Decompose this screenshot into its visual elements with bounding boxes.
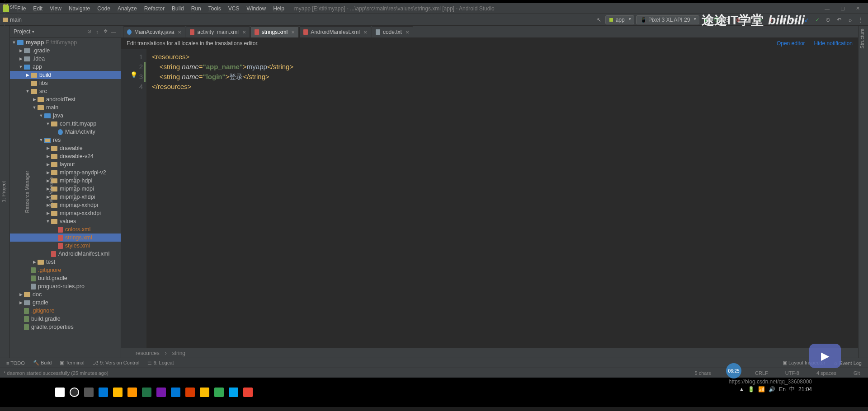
tree-item[interactable]: ▼res [10, 136, 121, 144]
tree-item[interactable]: ▼app [10, 63, 121, 71]
tree-item[interactable]: strings.xml [10, 234, 121, 242]
code-editor[interactable]: 1 2 3 4 💡 <resources> <string name="app_… [121, 49, 858, 348]
resource-manager-tool-tab: Resource Manager [24, 171, 30, 213]
taskbar-app[interactable] [200, 388, 209, 397]
crumb[interactable]: main [3, 17, 35, 23]
close-button[interactable]: ✕ [850, 5, 865, 11]
tree-item[interactable]: ▶.gradle [10, 47, 121, 55]
taskbar-app[interactable] [99, 388, 108, 397]
tree-item[interactable]: ▶test [10, 258, 121, 266]
left-tool-strip[interactable]: 1: Project Resource Manager Build Varian… [0, 26, 10, 358]
tree-item[interactable]: build.gradle [10, 274, 121, 282]
menu-window[interactable]: Window [243, 5, 269, 12]
tree-item[interactable]: AndroidManifest.xml [10, 250, 121, 258]
system-tray[interactable]: ▲🔋📶🔊En中21:04 [739, 385, 812, 393]
open-editor-link[interactable]: Open editor [777, 40, 805, 47]
firefox-icon[interactable] [127, 388, 137, 397]
taskbar-app[interactable] [113, 388, 123, 397]
tree-item[interactable]: ▶androidTest [10, 95, 121, 103]
editor-breadcrumb[interactable]: resources›string [121, 348, 858, 358]
maximize-button[interactable]: ▢ [835, 5, 850, 11]
minimize-button[interactable]: — [819, 6, 835, 11]
tree-item[interactable]: ▶layout [10, 160, 121, 168]
logcat-tool[interactable]: ☰ 6: Logcat [145, 359, 176, 367]
bulb-icon[interactable]: 💡 [130, 70, 137, 80]
editor-tab[interactable]: strings.xml✕ [250, 26, 299, 37]
tree-item[interactable]: ▶.idea [10, 55, 121, 63]
target-icon[interactable]: ⊙ [85, 28, 93, 35]
menu-run[interactable]: Run [188, 5, 205, 12]
tab-close-icon[interactable]: ✕ [242, 30, 246, 35]
tree-item[interactable]: colors.xml [10, 225, 121, 234]
search-icon[interactable]: ⌕ [845, 15, 854, 24]
status-indent[interactable]: 4 spaces [816, 370, 836, 376]
onenote-icon[interactable] [156, 388, 166, 397]
status-git[interactable]: Git [854, 370, 860, 376]
tab-close-icon[interactable]: ✕ [178, 30, 181, 35]
menu-vcs[interactable]: VCS [225, 5, 243, 12]
tree-item[interactable]: ▼src [10, 87, 121, 95]
tree-item[interactable]: build.gradle [10, 315, 121, 323]
tree-item[interactable]: .gitignore [10, 307, 121, 315]
vcs-tool[interactable]: ⎇ 9: Version Control [90, 359, 142, 367]
editor-tab[interactable]: AndroidManifest.xml✕ [299, 26, 371, 37]
tree-item[interactable]: MainActivity [10, 128, 121, 136]
tree-item[interactable]: ▼java [10, 112, 121, 120]
tree-item[interactable]: ▼values [10, 217, 121, 225]
menu-view[interactable]: View [46, 5, 65, 12]
hide-icon[interactable]: — [110, 28, 117, 35]
menu-code[interactable]: Code [94, 5, 114, 12]
gear-icon[interactable]: ✲ [102, 28, 109, 35]
editor-tab[interactable]: code.txt✕ [372, 26, 413, 37]
excel-icon[interactable] [142, 388, 151, 397]
split-icon[interactable]: ↕ [94, 28, 101, 35]
cortana-icon[interactable] [70, 388, 79, 397]
menu-refactor[interactable]: Refactor [141, 5, 168, 12]
sync-icon[interactable]: ↖ [594, 15, 604, 24]
tree-item[interactable]: ▶drawable-v24 [10, 152, 121, 160]
taskbar-app[interactable] [214, 388, 224, 397]
taskbar-app[interactable] [243, 388, 253, 397]
start-button[interactable] [55, 388, 65, 397]
menu-navigate[interactable]: Navigate [65, 5, 94, 12]
taskview-icon[interactable] [84, 388, 94, 397]
tab-close-icon[interactable]: ✕ [291, 30, 295, 35]
tree-item[interactable]: libs [10, 79, 121, 87]
menu-build[interactable]: Build [168, 5, 188, 12]
tree-item[interactable]: ▶gradle [10, 299, 121, 307]
status-eol[interactable]: CRLF [755, 370, 768, 376]
tree-item[interactable]: ▶drawable [10, 144, 121, 152]
todo-tool[interactable]: ≡ TODO [4, 360, 28, 367]
tree-item[interactable]: ▶doc [10, 290, 121, 299]
tree-item[interactable]: ▶build [10, 71, 121, 79]
tree-item[interactable]: gradle.properties [10, 323, 121, 331]
tree-item[interactable]: .gitignore [10, 266, 121, 274]
device-dropdown[interactable]: 📱 Pixel 3 XL API 29 [636, 15, 700, 24]
build-tool[interactable]: 🔨 Build [30, 359, 55, 367]
git-commit-icon[interactable]: ✓ [813, 15, 822, 24]
status-encoding[interactable]: UTF-8 [785, 370, 799, 376]
tree-item[interactable]: ▼com.ttit.myapp [10, 120, 121, 128]
tv-overlay-icon: ▶ [809, 344, 841, 368]
menu-help[interactable]: Help [269, 5, 288, 12]
git-history-icon[interactable]: ⏲ [824, 15, 833, 24]
tree-item[interactable]: proguard-rules.pro [10, 282, 121, 290]
terminal-tool[interactable]: ▣ Terminal [57, 359, 87, 367]
tab-close-icon[interactable]: ✕ [363, 30, 367, 35]
taskbar-app[interactable] [185, 388, 195, 397]
tree-item[interactable]: styles.xml [10, 242, 121, 250]
app-logo-icon [3, 5, 9, 12]
taskbar-app[interactable] [171, 388, 180, 397]
editor-tab[interactable]: activity_main.xml✕ [186, 26, 250, 37]
menu-analyze[interactable]: Analyze [114, 5, 141, 12]
right-tool-strip[interactable]: Structure [858, 26, 868, 358]
tab-close-icon[interactable]: ✕ [406, 30, 409, 35]
menu-tools[interactable]: Tools [205, 5, 225, 12]
editor-tab[interactable]: MainActivity.java✕ [123, 26, 185, 37]
hide-notification-link[interactable]: Hide notification [814, 40, 853, 47]
run-config-dropdown[interactable]: app [605, 15, 634, 24]
tree-item[interactable]: ▼main [10, 103, 121, 112]
taskbar-app[interactable] [229, 388, 238, 397]
settings-icon[interactable]: ⋮ [856, 15, 865, 24]
git-revert-icon[interactable]: ↶ [835, 15, 844, 24]
